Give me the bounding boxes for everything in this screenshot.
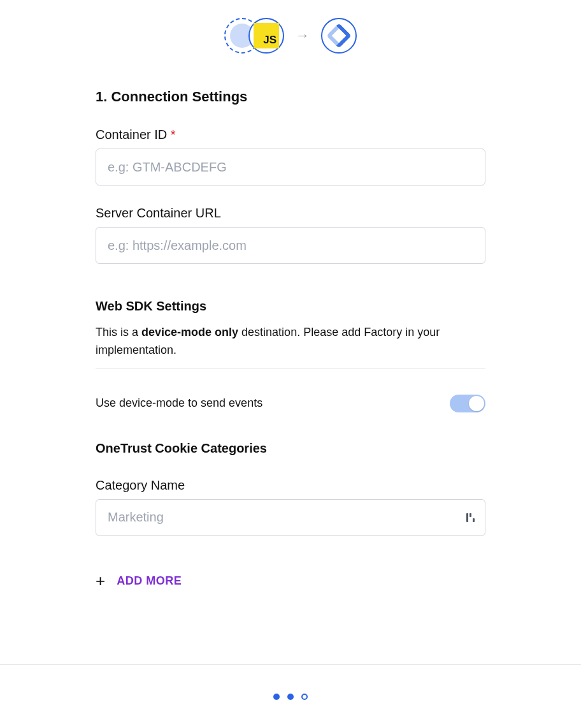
add-more-label: ADD MORE (117, 574, 182, 588)
web-sdk-section: Web SDK Settings This is a device-mode o… (96, 299, 485, 412)
add-more-button[interactable]: + ADD MORE (96, 571, 485, 591)
server-url-field-group: Server Container URL (96, 206, 485, 264)
onetrust-heading: OneTrust Cookie Categories (96, 441, 485, 456)
arrow-right-icon: → (296, 27, 310, 44)
category-name-field-group: Category Name (96, 478, 485, 536)
plus-icon: + (96, 571, 105, 591)
pagination-dot-3[interactable] (301, 694, 308, 700)
section-heading: 1. Connection Settings (96, 89, 485, 105)
source-group: JS (224, 18, 284, 54)
desc-pre: This is a (96, 326, 141, 339)
required-star-icon: * (171, 127, 176, 142)
js-badge: JS (254, 23, 279, 48)
pagination-dots (0, 664, 581, 728)
source-js-icon: JS (248, 18, 284, 54)
server-url-label: Server Container URL (96, 206, 485, 221)
container-id-input[interactable] (96, 149, 485, 186)
server-url-input[interactable] (96, 227, 485, 264)
pagination-dot-2[interactable] (287, 694, 294, 700)
container-id-field-group: Container ID * (96, 127, 485, 186)
container-id-label-text: Container ID (96, 127, 167, 142)
connection-flow-header: JS → (96, 18, 485, 54)
toggle-knob-icon (469, 396, 484, 411)
device-mode-toggle-row: Use device-mode to send events (96, 395, 485, 412)
web-sdk-heading: Web SDK Settings (96, 299, 485, 314)
category-name-label: Category Name (96, 478, 485, 493)
device-mode-toggle-label: Use device-mode to send events (96, 397, 262, 410)
device-mode-toggle[interactable] (450, 395, 485, 412)
pagination-dot-1[interactable] (273, 694, 280, 700)
container-id-label: Container ID * (96, 127, 485, 142)
desc-bold: device-mode only (141, 326, 238, 339)
destination-gtm-icon (321, 18, 357, 54)
web-sdk-description: This is a device-mode only destination. … (96, 324, 485, 369)
category-name-input[interactable] (96, 499, 485, 536)
